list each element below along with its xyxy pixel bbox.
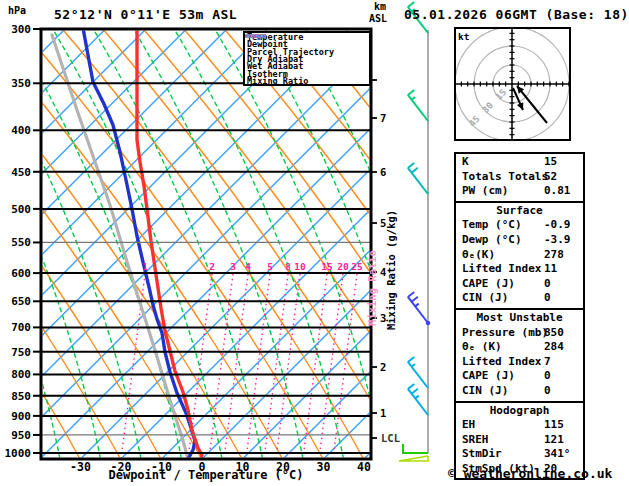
skewt-sounding-app: 1234581015202530035040045050055060065070… — [0, 0, 629, 486]
indices-row: Lifted Index7 — [456, 355, 583, 370]
pressure-tick-label: 500 — [11, 203, 31, 216]
temp-tick-label: -30 — [70, 460, 91, 474]
indices-row-label: K — [462, 155, 469, 170]
mixing-ratio-label: 5 — [267, 261, 273, 272]
indices-row-label: CIN (J) — [462, 291, 508, 306]
indices-row-label: Totals Totals — [462, 170, 548, 185]
indices-row: CAPE (J)0 — [456, 277, 583, 292]
temp-tick-label: 40 — [357, 460, 371, 474]
indices-row: θₑ (K)284 — [456, 340, 583, 355]
indices-row-value: 121 — [544, 433, 564, 448]
pressure-tick-label: 550 — [11, 236, 31, 249]
mixing-ratio-label: 8 — [285, 261, 291, 272]
indices-row-label: CAPE (J) — [462, 369, 515, 384]
km-tick-label: 1 — [380, 407, 386, 419]
indices-row-value: 341° — [544, 447, 571, 462]
indices-row-label: PW (cm) — [462, 184, 508, 199]
mixing-ratio-label: 4 — [245, 261, 251, 272]
indices-row-label: θₑ (K) — [462, 340, 502, 355]
lcl-marker-label: LCL — [381, 432, 400, 444]
station-title: 52°12'N 0°11'E 53m ASL — [54, 7, 237, 22]
indices-section-header: Most Unstable — [456, 311, 583, 326]
pressure-tick-label: 600 — [11, 267, 31, 280]
indices-row-label: StmDir — [462, 447, 502, 462]
legend-swatch-mixing-ratio — [245, 33, 266, 39]
indices-row-value: 0 — [544, 277, 551, 292]
indices-row: θₑ(K)278 — [456, 248, 583, 263]
indices-row: StmDir341° — [456, 447, 583, 462]
mixing-ratio-label: 10 — [294, 261, 306, 272]
pressure-tick-label: 450 — [11, 166, 31, 179]
indices-row: SREH121 — [456, 433, 583, 448]
mixing-ratio-label: 1 — [142, 261, 148, 272]
pressure-axis-unit: hPa — [8, 5, 26, 16]
pressure-tick-label: 1000 — [5, 447, 32, 460]
pressure-tick-label: 400 — [11, 124, 31, 137]
indices-row-value: 15 — [544, 155, 557, 170]
indices-row-label: CAPE (J) — [462, 277, 515, 292]
indices-row-value: 0 — [544, 369, 551, 384]
indices-row-label: SREH — [462, 433, 489, 448]
km-tick-label: 7 — [380, 112, 386, 124]
indices-row-value: -0.9 — [544, 218, 571, 233]
indices-row: Totals Totals52 — [456, 170, 583, 185]
wind-barb-base-dot — [426, 321, 430, 325]
credit-footer: © weatheronline.co.uk — [448, 466, 612, 481]
mixing-ratio-label: 2 — [209, 261, 215, 272]
indices-row-value: 278 — [544, 248, 564, 263]
run-datetime-title: 05.01.2026 06GMT (Base: 18) — [404, 7, 629, 22]
mixing-ratio-label: 25 — [351, 261, 363, 272]
indices-row: CIN (J)0 — [456, 384, 583, 399]
indices-row-value: 284 — [544, 340, 564, 355]
hodograph: 153045 — [455, 27, 570, 141]
indices-row-value: 0.81 — [544, 184, 571, 199]
indices-row: Temp (°C)-0.9 — [456, 218, 583, 233]
indices-section-header: Hodograph — [456, 404, 583, 419]
indices-row: CAPE (J)0 — [456, 369, 583, 384]
km-tick-label: 6 — [380, 166, 386, 178]
mixing-ratio-label: 15 — [321, 261, 333, 272]
indices-row-value: -3.9 — [544, 233, 571, 248]
indices-row: PW (cm)0.81 — [456, 184, 583, 199]
legend-entry-label: Mixing Ratio — [247, 78, 308, 85]
indices-row-label: EH — [462, 418, 475, 433]
mixing-axis-title: Mixing Ratio (g/kg) — [385, 185, 397, 355]
legend-box: TemperatureDewpointParcel TrajectoryDry … — [243, 31, 371, 86]
pressure-tick-label: 650 — [11, 295, 31, 308]
indices-row: EH115 — [456, 418, 583, 433]
pressure-tick-label: 700 — [11, 321, 31, 334]
hodograph-unit-label: kt — [458, 31, 469, 42]
temp-tick-label: 30 — [317, 460, 331, 474]
indices-row-value: 7 — [544, 355, 551, 370]
pressure-tick-label: 850 — [11, 390, 31, 403]
mixing-ratio-label: 3 — [230, 261, 236, 272]
indices-row: Lifted Index11 — [456, 262, 583, 277]
altitude-axis-unit-km: km — [374, 1, 386, 12]
indices-row-label: Pressure (mb) — [462, 326, 548, 341]
indices-section-header: Surface — [456, 204, 583, 219]
indices-row: Dewp (°C)-3.9 — [456, 233, 583, 248]
indices-row-label: Lifted Index — [462, 355, 541, 370]
pressure-tick-label: 350 — [11, 77, 31, 90]
indices-row-value: 11 — [544, 262, 557, 277]
legend-entry: Mixing Ratio — [247, 78, 369, 85]
indices-row-value: 0 — [544, 291, 551, 306]
indices-row: K15 — [456, 155, 583, 170]
indices-row-value: 0 — [544, 384, 551, 399]
mixing-axis-echo: Mixing Ratio — [366, 218, 378, 358]
indices-row-value: 115 — [544, 418, 564, 433]
km-tick-label: 2 — [380, 361, 386, 373]
pressure-tick-label: 300 — [11, 23, 31, 36]
pressure-tick-label: 800 — [11, 368, 31, 381]
indices-section: SurfaceTemp (°C)-0.9Dewp (°C)-3.9θₑ(K)27… — [454, 201, 585, 310]
pressure-tick-label: 750 — [11, 346, 31, 359]
indices-row-label: Lifted Index — [462, 262, 541, 277]
indices-row: Pressure (mb)850 — [456, 326, 583, 341]
indices-row-label: θₑ(K) — [462, 248, 495, 263]
indices-row-label: Dewp (°C) — [462, 233, 522, 248]
pressure-tick-label: 900 — [11, 410, 31, 423]
indices-section: Most UnstablePressure (mb)850θₑ (K)284Li… — [454, 308, 585, 403]
indices-row: CIN (J)0 — [456, 291, 583, 306]
altitude-axis-unit-asl: ASL — [369, 13, 387, 24]
pressure-tick-label: 950 — [11, 429, 31, 442]
